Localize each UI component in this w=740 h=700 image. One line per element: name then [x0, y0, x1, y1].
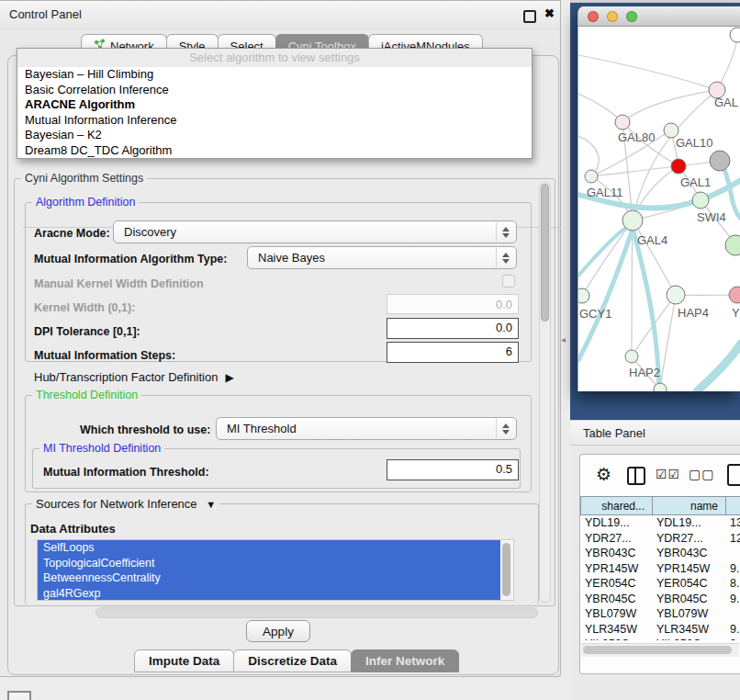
algorithm-option-bayesian-k2[interactable]: Bayesian – K2: [17, 128, 532, 143]
column-header-2[interactable]: [725, 496, 740, 515]
network-edge[interactable]: [582, 220, 633, 296]
data-attributes-label: Data Attributes: [30, 522, 116, 536]
settings-horizontal-scrollbar[interactable]: [95, 607, 538, 618]
algorithm-option-aracne-algorithm[interactable]: ARACNE Algorithm: [17, 97, 532, 113]
float-panel-icon[interactable]: [523, 10, 536, 23]
gear-icon[interactable]: ⚙: [596, 464, 611, 485]
mac-minimize-button[interactable]: [607, 11, 618, 22]
table-hscroll-thumb[interactable]: [583, 646, 732, 654]
splitpane-divider[interactable]: [561, 0, 570, 700]
settings-vertical-scrollbar[interactable]: [539, 182, 551, 603]
table-cell: YIL052C: [653, 637, 726, 640]
combo-stepper-icon[interactable]: [496, 222, 515, 242]
network-node[interactable]: [585, 170, 598, 183]
algorithm-option-basic-correlation-inference[interactable]: Basic Correlation Inference: [17, 83, 532, 98]
control-panel-titlebar: Control Panel ✖: [0, 1, 560, 29]
network-edge[interactable]: [622, 90, 717, 122]
network-node[interactable]: [710, 151, 730, 171]
network-view-window: GALGAL80GAL10GAL11GAL1SWI4GAL4GCY1HAP4YH…: [577, 6, 740, 391]
network-node[interactable]: [615, 115, 630, 130]
table-horizontal-scrollbar[interactable]: [581, 643, 739, 657]
attributes-scroll-thumb[interactable]: [502, 543, 510, 596]
attribute-item-betweennesscentrality[interactable]: BetweennessCentrality: [38, 570, 500, 586]
table-row[interactable]: YER054CYER054C8.: [581, 576, 740, 592]
table-cell: 9.: [726, 592, 740, 607]
deselect-all-checks-icon[interactable]: ▢▢: [689, 467, 714, 481]
algorithm-option-dream8-dc-tdc-algorithm[interactable]: Dream8 DC_TDC Algorithm: [17, 143, 532, 159]
apply-button[interactable]: Apply: [246, 620, 310, 642]
network-node[interactable]: [725, 235, 740, 255]
network-node[interactable]: [654, 383, 667, 391]
node-table[interactable]: shared...name YDL19...YDL19...13YDR27...…: [581, 496, 740, 640]
algorithm-option-mutual-information-inference[interactable]: Mutual Information Inference: [17, 113, 532, 129]
table-row[interactable]: YDL19...YDL19...13: [581, 515, 740, 531]
table-row[interactable]: YBR045CYBR045C9.: [581, 592, 740, 607]
table-cell: YBR045C: [653, 592, 726, 607]
mi-threshold-field[interactable]: 0.5: [387, 459, 519, 480]
table-row[interactable]: YLR345WYLR345W9.: [581, 622, 740, 638]
splitpane-handle[interactable]: ◂: [561, 334, 566, 344]
select-all-checks-icon[interactable]: ☑☑: [656, 467, 680, 481]
column-header-name[interactable]: name: [652, 496, 726, 515]
hub-definition-label: Hub/Transcription Factor Definition: [34, 370, 218, 384]
combo-stepper-icon[interactable]: [496, 419, 515, 438]
network-node[interactable]: [729, 287, 740, 303]
table-cell: YIL052C: [581, 637, 653, 640]
table-row[interactable]: YPR145WYPR145W9.: [581, 561, 740, 577]
mi-steps-field[interactable]: 6: [387, 342, 519, 363]
algorithm-option-bayesian-hill-climbing[interactable]: Bayesian – Hill Climbing: [17, 67, 532, 83]
bottom-tab-discretize-data[interactable]: Discretize Data: [233, 649, 352, 672]
close-icon[interactable]: ✖: [544, 6, 555, 20]
network-edge[interactable]: [660, 295, 676, 390]
column-layout-icon[interactable]: [627, 467, 645, 485]
table-row[interactable]: YBL079WYBL079W: [581, 606, 740, 622]
table-cell: [726, 546, 740, 561]
network-edge[interactable]: [578, 55, 717, 90]
network-node[interactable]: [625, 350, 638, 363]
network-node[interactable]: [730, 28, 740, 42]
aracne-mode-combo[interactable]: Discovery: [113, 220, 517, 243]
table-cell: YPR145W: [653, 561, 726, 577]
bottom-tab-impute-data[interactable]: Impute Data: [134, 649, 234, 672]
data-attributes-list[interactable]: SelfLoopsTopologicalCoefficientBetweenne…: [37, 539, 514, 601]
network-node[interactable]: [671, 159, 686, 174]
attribute-item-topologicalcoefficient[interactable]: TopologicalCoefficient: [38, 556, 500, 571]
network-canvas[interactable]: GALGAL80GAL10GAL11GAL1SWI4GAL4GCY1HAP4YH…: [578, 27, 740, 391]
mi-type-combo[interactable]: Naive Bayes: [247, 246, 517, 269]
manual-kernel-checkbox[interactable]: [502, 275, 515, 288]
network-node[interactable]: [692, 192, 709, 209]
minimized-panel-icon[interactable]: [7, 691, 31, 700]
attribute-item-gal4rgexp[interactable]: gal4RGexp: [38, 586, 500, 602]
screen: Control Panel ✖ NetworkStyleSelectCyni T…: [0, 0, 740, 700]
table-row[interactable]: YDR27...YDR27...12: [581, 531, 740, 547]
collapse-arrow-icon: ▼: [206, 499, 216, 510]
network-node[interactable]: [578, 288, 589, 303]
mac-close-button[interactable]: [588, 11, 599, 22]
network-edge[interactable]: [578, 94, 622, 122]
bottom-tab-infer-network[interactable]: Infer Network: [351, 649, 459, 672]
settings-scroll-thumb[interactable]: [541, 184, 549, 322]
dpi-tolerance-field[interactable]: 0.0: [387, 318, 519, 339]
attributes-list-scrollbar[interactable]: [500, 541, 512, 600]
table-panel-title: Table Panel: [583, 426, 645, 440]
mi-threshold-label: Mutual Information Threshold:: [43, 466, 209, 479]
table-row[interactable]: YBR043CYBR043C: [581, 546, 740, 561]
kernel-width-field[interactable]: 0.0: [387, 294, 519, 314]
expand-arrow-icon: ▶: [225, 371, 233, 384]
export-table-icon[interactable]: [727, 464, 740, 486]
sources-group-title[interactable]: Sources for Network Inference ▼: [32, 497, 219, 511]
which-threshold-combo[interactable]: MI Threshold: [216, 417, 517, 440]
network-node[interactable]: [622, 210, 643, 231]
network-node[interactable]: [667, 286, 685, 304]
combo-stepper-icon[interactable]: [496, 248, 515, 267]
column-header-shared[interactable]: shared...: [580, 496, 653, 515]
attribute-item-selfloops[interactable]: SelfLoops: [38, 540, 500, 556]
node-label-gal4: GAL4: [637, 233, 667, 247]
network-edge[interactable]: [591, 166, 678, 176]
hub-definition-section[interactable]: Hub/Transcription Factor Definition ▶: [34, 370, 234, 384]
table-panel-card: ⚙ ☑☑ ▢▢ shared...name YDL19...YDL19...13…: [579, 454, 740, 674]
network-edge[interactable]: [632, 220, 633, 356]
network-edge-highlighted[interactable]: [697, 344, 740, 391]
mac-zoom-button[interactable]: [626, 11, 637, 22]
table-row[interactable]: YIL052CYIL052C9: [581, 637, 740, 640]
